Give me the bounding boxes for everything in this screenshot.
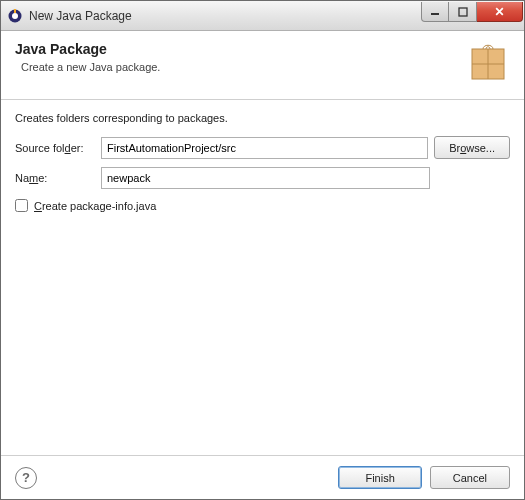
header-subtitle: Create a new Java package. (21, 61, 456, 73)
titlebar[interactable]: New Java Package (1, 1, 524, 31)
help-icon: ? (22, 470, 30, 485)
svg-rect-4 (459, 8, 467, 16)
dialog-window: New Java Package Java Package Create a n… (0, 0, 525, 500)
maximize-icon (458, 7, 468, 17)
close-button[interactable] (477, 2, 523, 22)
app-icon (7, 8, 23, 24)
close-icon (494, 6, 505, 17)
dialog-header: Java Package Create a new Java package. (1, 31, 524, 100)
form-area: Creates folders corresponding to package… (1, 100, 524, 455)
name-row: Name: (15, 167, 510, 189)
svg-rect-2 (14, 9, 16, 13)
button-bar: ? Finish Cancel (1, 455, 524, 499)
browse-button[interactable]: Browse... (434, 136, 510, 159)
svg-rect-3 (431, 13, 439, 15)
finish-button[interactable]: Finish (338, 466, 421, 489)
form-description: Creates folders corresponding to package… (15, 112, 510, 124)
source-folder-row: Source folder: Browse... (15, 136, 510, 159)
package-icon (466, 41, 510, 85)
cancel-button[interactable]: Cancel (430, 466, 510, 489)
window-title: New Java Package (29, 9, 421, 23)
maximize-button[interactable] (449, 2, 477, 22)
minimize-icon (430, 7, 440, 17)
name-label: Name: (15, 172, 95, 184)
svg-point-1 (12, 13, 18, 19)
source-folder-input[interactable] (101, 137, 428, 159)
package-info-row: Create package-info.java (15, 199, 510, 212)
name-input[interactable] (101, 167, 430, 189)
header-title: Java Package (15, 41, 456, 57)
help-button[interactable]: ? (15, 467, 37, 489)
window-controls (421, 2, 523, 22)
source-folder-label: Source folder: (15, 142, 95, 154)
create-package-info-label[interactable]: Create package-info.java (34, 200, 156, 212)
create-package-info-checkbox[interactable] (15, 199, 28, 212)
minimize-button[interactable] (421, 2, 449, 22)
